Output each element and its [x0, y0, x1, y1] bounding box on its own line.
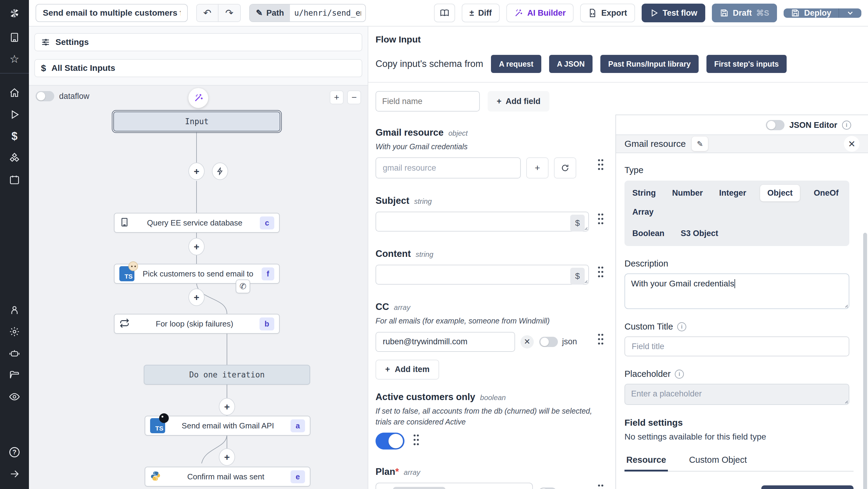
favorites-star-icon[interactable]: ☆ [0, 48, 29, 70]
copy-schema-firststep-button[interactable]: First step's inputs [707, 55, 786, 73]
close-drawer-button[interactable]: ✕ [844, 136, 860, 152]
add-resource-button[interactable]: + [526, 157, 549, 179]
trigger-bolt-button[interactable] [212, 162, 228, 180]
resources-icon[interactable] [0, 147, 29, 169]
add-step-button[interactable]: + [219, 398, 235, 416]
copy-schema-pastruns-button[interactable]: Past Runs/Input library [600, 55, 699, 73]
redo-button[interactable]: ↷ [218, 4, 240, 22]
phone-incoming-icon[interactable]: ✆ [236, 279, 250, 293]
active-customers-toggle[interactable] [375, 433, 404, 450]
export-button[interactable]: Export [580, 4, 635, 22]
cc-item-input[interactable] [375, 332, 515, 352]
add-step-button[interactable]: + [219, 448, 235, 466]
drag-handle-icon[interactable] [597, 265, 604, 279]
type-option-number[interactable]: Number [670, 185, 705, 202]
type-option-oneof[interactable]: OneOf [811, 185, 841, 202]
test-flow-button[interactable]: Test flow [642, 4, 705, 22]
path-input[interactable] [290, 4, 365, 22]
zoom-out-button[interactable]: − [347, 90, 361, 104]
field-name-input[interactable] [375, 91, 480, 112]
subject-textarea[interactable]: $ [375, 212, 589, 232]
ai-flow-wand-button[interactable] [188, 88, 208, 108]
flow-node-confirm-mail[interactable]: Confirm mail was sent e [145, 467, 310, 487]
users-icon[interactable] [0, 299, 29, 321]
drag-handle-icon[interactable] [412, 433, 420, 447]
undo-button[interactable]: ↶ [197, 4, 218, 22]
flow-graph-canvas[interactable]: dataflow + − Input + [29, 85, 368, 489]
content-textarea[interactable]: $ [375, 265, 589, 284]
resize-grip[interactable] [583, 279, 588, 283]
drag-handle-icon[interactable] [597, 332, 604, 346]
custom-title-input[interactable] [624, 336, 849, 356]
edit-title-button[interactable]: ✎ [692, 136, 708, 151]
flow-settings-button[interactable]: Settings [34, 33, 362, 51]
resize-grip[interactable] [843, 303, 848, 308]
description-textarea[interactable]: With your Gmail credentials [624, 273, 849, 309]
type-option-s3object[interactable]: S3 Object [678, 225, 721, 242]
folders-icon[interactable] [0, 364, 29, 386]
resize-grip[interactable] [843, 399, 848, 404]
flow-node-for-loop[interactable]: For loop (skip failures) b [114, 314, 280, 334]
tab-custom-object[interactable]: Custom Object [687, 455, 749, 471]
type-option-integer[interactable]: Integer [717, 185, 749, 202]
deploy-button[interactable]: Deploy [784, 8, 838, 18]
workers-robot-icon[interactable] [0, 342, 29, 364]
refresh-resource-button[interactable] [554, 157, 576, 179]
path-chip[interactable]: ✎ Path [250, 4, 290, 22]
drag-handle-icon[interactable] [597, 483, 604, 489]
info-icon[interactable]: i [675, 370, 684, 379]
resize-grip[interactable] [583, 225, 588, 230]
audit-eye-icon[interactable] [0, 386, 29, 407]
select-resource-type-button[interactable]: Select resource type [761, 485, 854, 489]
drag-handle-icon[interactable] [597, 157, 604, 172]
json-editor-toggle[interactable] [766, 120, 784, 130]
gmail-resource-select[interactable] [375, 157, 521, 179]
settings-gear-icon[interactable] [0, 321, 29, 342]
windmill-logo[interactable] [0, 0, 29, 27]
workspace-icon[interactable] [0, 27, 29, 48]
add-step-button[interactable]: + [188, 288, 205, 306]
json-toggle[interactable] [539, 337, 558, 347]
info-icon[interactable]: i [842, 121, 851, 130]
drag-handle-icon[interactable] [597, 212, 604, 226]
add-item-button[interactable]: + Add item [375, 360, 439, 379]
plan-chips-box[interactable]: cloud_ee✕ selfhosted_ee✕ selfhosted_pro✕… [375, 483, 533, 489]
flow-node-send-email[interactable]: TS Send email with Gmail API a [145, 416, 310, 436]
draft-button[interactable]: Draft ⌘S [712, 4, 777, 22]
insert-variable-button[interactable]: $ [570, 215, 585, 232]
diff-button[interactable]: ± Diff [462, 4, 500, 22]
home-icon[interactable] [0, 82, 29, 104]
runs-icon[interactable] [0, 104, 29, 125]
remove-item-button[interactable]: ✕ [521, 335, 534, 348]
flow-title-input[interactable] [36, 4, 188, 22]
flow-node-do-one-iteration[interactable]: Do one iteration [144, 365, 310, 385]
placeholder-textarea[interactable]: Enter a placeholder [624, 384, 849, 405]
add-step-button[interactable]: + [188, 238, 205, 255]
type-option-object[interactable]: Object [760, 185, 800, 202]
all-static-inputs-button[interactable]: $ All Static Inputs [34, 59, 362, 77]
type-option-boolean[interactable]: Boolean [630, 225, 667, 242]
help-icon[interactable]: ? [0, 441, 29, 463]
copy-schema-request-button[interactable]: A request [491, 55, 541, 73]
flow-node-pick-customers[interactable]: TS Pick customers to send email to f ✆ [114, 264, 280, 284]
flow-node-input[interactable]: Input [113, 112, 280, 131]
variables-icon[interactable]: $ [0, 125, 29, 147]
copy-schema-json-button[interactable]: A JSON [549, 55, 592, 73]
expand-sidebar-icon[interactable] [0, 463, 29, 485]
tab-resource[interactable]: Resource [624, 455, 668, 471]
ai-builder-button[interactable]: AI Builder [506, 4, 574, 22]
add-step-button[interactable]: + [188, 162, 205, 180]
insert-variable-button[interactable]: $ [570, 268, 585, 284]
zoom-in-button[interactable]: + [330, 90, 344, 104]
dataflow-toggle[interactable] [36, 91, 54, 101]
docs-book-button[interactable] [434, 4, 455, 22]
add-field-button[interactable]: + Add field [488, 91, 550, 112]
type-option-string[interactable]: String [630, 185, 658, 202]
schedules-icon[interactable] [0, 169, 29, 190]
json-toggle[interactable] [538, 488, 557, 489]
flow-node-query-db[interactable]: Query EE service database c [114, 213, 280, 233]
drawer-scrollbar[interactable] [863, 233, 867, 489]
deploy-options-caret[interactable] [838, 8, 861, 18]
type-option-array[interactable]: Array [630, 204, 656, 220]
info-icon[interactable]: i [677, 322, 686, 331]
